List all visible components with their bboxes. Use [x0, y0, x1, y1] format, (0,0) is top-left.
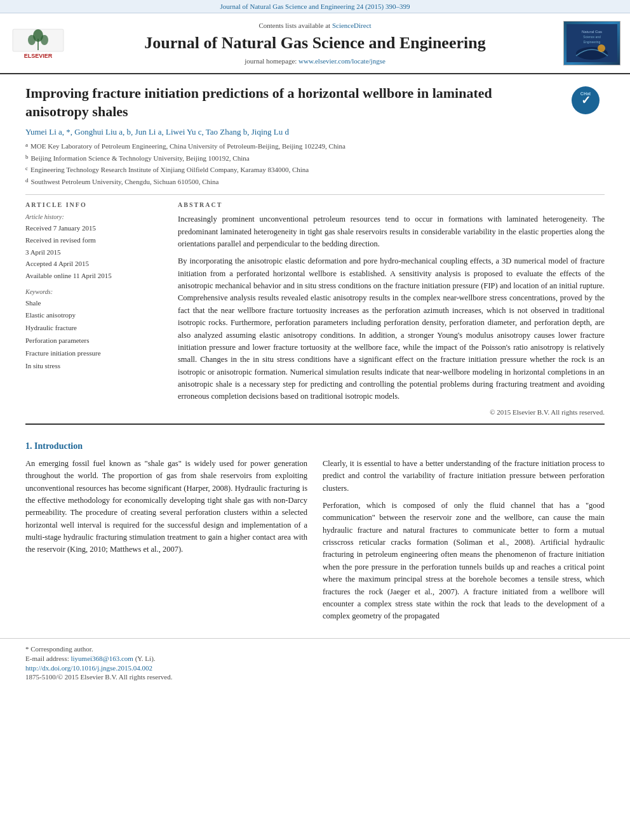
intro-right-text: Clearly, it is essential to have a bette… — [323, 458, 605, 623]
introduction-section: 1. Introduction An emerging fossil fuel … — [0, 441, 630, 628]
svg-text:Natural Gas: Natural Gas — [582, 30, 602, 34]
copyright: © 2015 Elsevier B.V. All rights reserved… — [178, 408, 605, 416]
article-info-column: ARTICLE INFO Article history: Received 7… — [25, 201, 165, 416]
journal-thumbnail-area: Natural Gas Science and Engineering — [554, 18, 630, 68]
date-revised-label: Received in revised form — [25, 234, 165, 246]
abstract-para-1: Increasingly prominent unconventional pe… — [178, 213, 605, 250]
journal-header: ELSEVIER Contents lists available at Sci… — [0, 13, 630, 74]
keyword-3: Hydraulic fracture — [25, 322, 165, 335]
authors: Yumei Li a, *, Gonghui Liu a, b, Jun Li … — [25, 127, 605, 137]
intro-two-col: An emerging fossil fuel known as "shale … — [25, 458, 605, 628]
svg-text:✓: ✓ — [581, 94, 591, 107]
corresponding-author-note: * Corresponding author. — [25, 645, 605, 653]
affiliation-a: a MOE Key Laboratory of Petroleum Engine… — [25, 141, 605, 152]
section-heading: 1. Introduction — [25, 441, 605, 451]
affiliation-b-text: Beijing Information Science & Technology… — [31, 153, 250, 164]
svg-point-3 — [28, 35, 36, 45]
journal-citation: Journal of Natural Gas Science and Engin… — [220, 3, 410, 10]
section-number: 1. — [25, 441, 32, 451]
journal-title: Journal of Natural Gas Science and Engin… — [144, 33, 485, 53]
footer-issn: 1875-5100/© 2015 Elsevier B.V. All right… — [25, 673, 605, 681]
keyword-5: Fracture initiation pressure — [25, 347, 165, 360]
date-online: Available online 11 April 2015 — [25, 270, 165, 282]
intro-left-text: An emerging fossil fuel known as "shale … — [25, 458, 307, 556]
abstract-column: ABSTRACT Increasingly prominent unconven… — [178, 201, 605, 416]
intro-left-col: An emerging fossil fuel known as "shale … — [25, 458, 307, 628]
email-user: (Y. Li). — [135, 655, 156, 662]
science-direct-link[interactable]: ScienceDirect — [332, 22, 372, 29]
doi-link[interactable]: http://dx.doi.org/10.1016/j.jngse.2015.0… — [25, 664, 152, 672]
top-bar: Journal of Natural Gas Science and Engin… — [0, 0, 630, 13]
intro-left-para-1: An emerging fossil fuel known as "shale … — [25, 458, 307, 556]
email-label: E-mail address: — [25, 655, 69, 662]
svg-text:ELSEVIER: ELSEVIER — [24, 53, 53, 59]
abstract-label: ABSTRACT — [178, 201, 605, 208]
svg-point-11 — [598, 44, 605, 52]
intro-right-para-2: Perforation, which is composed of only t… — [323, 500, 605, 623]
email-link[interactable]: liyumei368@163.com — [70, 655, 133, 662]
svg-point-4 — [41, 35, 48, 45]
date-revised: 3 April 2015 — [25, 246, 165, 258]
keyword-4: Perforation parameters — [25, 335, 165, 347]
keyword-2: Elastic anisotropy — [25, 309, 165, 322]
svg-text:Science and: Science and — [583, 35, 601, 39]
keyword-6: In situ stress — [25, 360, 165, 373]
crossmark-icon: ✓ CHat — [572, 86, 600, 114]
keywords-label: Keywords: — [25, 288, 165, 295]
article-title: Improving fracture initiation prediction… — [25, 85, 492, 119]
corresponding-author-label: * Corresponding author. — [25, 645, 93, 653]
keywords-group: Keywords: Shale Elastic anisotropy Hydra… — [25, 288, 165, 373]
homepage-link[interactable]: www.elsevier.com/locate/jngse — [298, 57, 385, 65]
article-content: Improving fracture initiation prediction… — [0, 74, 630, 441]
abstract-para-2: By incorporating the anisotropic elastic… — [178, 255, 605, 403]
keyword-1: Shale — [25, 297, 165, 310]
journal-thumbnail: Natural Gas Science and Engineering — [563, 21, 620, 65]
elsevier-logo: ELSEVIER — [10, 26, 67, 61]
science-direct-label: Contents lists available at ScienceDirec… — [258, 22, 371, 29]
thumbnail-image: Natural Gas Science and Engineering — [566, 24, 617, 62]
article-info-abstract: ARTICLE INFO Article history: Received 7… — [25, 201, 605, 416]
footer-doi: http://dx.doi.org/10.1016/j.jngse.2015.0… — [25, 664, 605, 672]
section-title: Introduction — [34, 441, 83, 451]
crossmark-area: ✓ CHat — [566, 84, 605, 116]
article-dates: Received 7 January 2015 Received in revi… — [25, 222, 165, 281]
email-note: E-mail address: liyumei368@163.com (Y. L… — [25, 655, 605, 662]
article-info-label: ARTICLE INFO — [25, 201, 165, 208]
svg-text:CHat: CHat — [580, 91, 591, 96]
abstract-text: Increasingly prominent unconventional pe… — [178, 213, 605, 403]
journal-title-area: Contents lists available at ScienceDirec… — [76, 18, 554, 68]
affiliation-d-text: Southwest Petroleum University, Chengdu,… — [31, 177, 219, 187]
journal-homepage: journal homepage: www.elsevier.com/locat… — [245, 57, 385, 65]
affiliation-a-text: MOE Key Laboratory of Petroleum Engineer… — [30, 141, 345, 152]
affiliations: a MOE Key Laboratory of Petroleum Engine… — [25, 141, 605, 187]
article-history-group: Article history: Received 7 January 2015… — [25, 213, 165, 281]
date-received: Received 7 January 2015 — [25, 222, 165, 234]
keywords-list: Shale Elastic anisotropy Hydraulic fract… — [25, 297, 165, 373]
date-accepted: Accepted 4 April 2015 — [25, 258, 165, 270]
affiliation-b: b Beijing Information Science & Technolo… — [25, 153, 605, 164]
article-history-label: Article history: — [25, 213, 165, 220]
page-footer: * Corresponding author. E-mail address: … — [0, 638, 630, 687]
intro-right-col: Clearly, it is essential to have a bette… — [323, 458, 605, 628]
intro-right-para-1: Clearly, it is essential to have a bette… — [323, 458, 605, 495]
affiliation-c: c Engineering Technology Research Instit… — [25, 164, 605, 175]
article-title-area: Improving fracture initiation prediction… — [25, 84, 605, 121]
divider-1 — [25, 194, 605, 195]
elsevier-logo-area: ELSEVIER — [0, 18, 76, 68]
section-divider — [25, 423, 605, 425]
svg-text:Engineering: Engineering — [584, 40, 601, 44]
affiliation-d: d Southwest Petroleum University, Chengd… — [25, 177, 605, 187]
affiliation-c-text: Engineering Technology Research Institut… — [30, 164, 309, 175]
crossmark-svg: ✓ CHat — [574, 89, 597, 112]
